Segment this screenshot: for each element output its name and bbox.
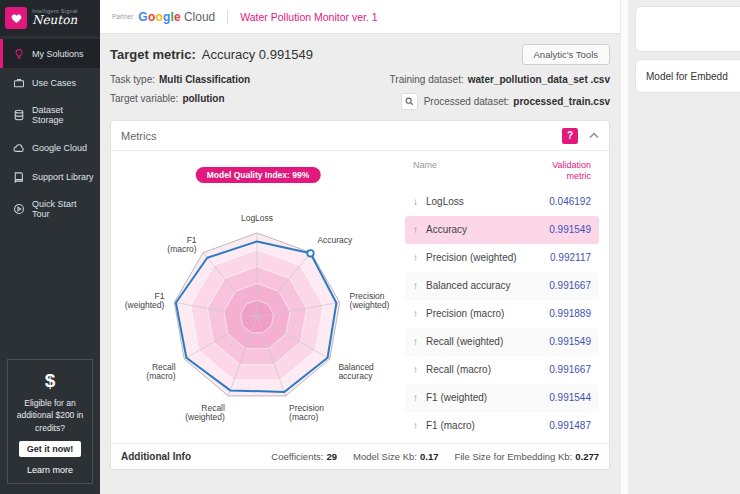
metric-row-f1-macro[interactable]: ↑F1 (macro)0.991487 bbox=[405, 412, 599, 440]
sidebar-item-use-cases[interactable]: Use Cases bbox=[0, 68, 100, 97]
google-cloud-label: Cloud bbox=[184, 10, 215, 24]
get-it-now-button[interactable]: Get it now! bbox=[19, 441, 82, 457]
metrics-rows: ↓LogLoss0.046192↑Accuracy0.991549↑Precis… bbox=[405, 188, 599, 440]
arrow-down-icon: ↓ bbox=[413, 196, 426, 207]
quality-index-badge: Model Quality Index: 99% bbox=[196, 167, 321, 183]
dataset-info: Task type: Multi Classification Target v… bbox=[110, 74, 610, 110]
metric-row-recall-weighted[interactable]: ↑Recall (weighted)0.991549 bbox=[405, 328, 599, 356]
svg-text:Recall(weighted): Recall(weighted) bbox=[185, 403, 225, 422]
metric-row-recall-macro[interactable]: ↑Recall (macro)0.991667 bbox=[405, 356, 599, 384]
svg-text:F1(weighted): F1(weighted) bbox=[125, 291, 165, 310]
metric-value: 0.991549 bbox=[549, 336, 591, 347]
metric-value: 0.991487 bbox=[549, 420, 591, 431]
svg-text:Recall(macro): Recall(macro) bbox=[146, 362, 175, 381]
training-dataset-label: Training dataset: bbox=[390, 74, 464, 85]
metric-name: LogLoss bbox=[426, 196, 549, 207]
sidebar-item-dataset-storage[interactable]: Dataset Storage bbox=[0, 97, 100, 133]
analytics-tools-button[interactable]: Analytic's Tools bbox=[522, 44, 610, 65]
sidebar-item-support-library[interactable]: Support Library bbox=[0, 162, 100, 191]
chevron-up-icon bbox=[589, 132, 599, 139]
metrics-panel-header: Metrics ? bbox=[111, 121, 609, 151]
metric-name: Accuracy bbox=[426, 224, 549, 235]
additional-info-stats: Coefficients:29Model Size Kb:0.17File Si… bbox=[271, 451, 599, 462]
metric-name: Precision (macro) bbox=[426, 308, 549, 319]
google-logo: Google bbox=[138, 10, 181, 24]
task-info-column: Task type: Multi Classification Target v… bbox=[110, 74, 250, 110]
metric-row-logloss[interactable]: ↓LogLoss0.046192 bbox=[405, 188, 599, 216]
metric-row-balanced-accuracy[interactable]: ↑Balanced accuracy0.991667 bbox=[405, 272, 599, 300]
quick-start-tour-icon bbox=[12, 203, 25, 216]
metric-value: 0.991549 bbox=[549, 224, 591, 235]
sidebar-item-quick-start-tour[interactable]: Quick Start Tour bbox=[0, 191, 100, 227]
processed-dataset-value: processed_train.csv bbox=[513, 96, 610, 107]
arrow-up-icon: ↑ bbox=[413, 392, 426, 403]
arrow-up-icon: ↑ bbox=[413, 420, 426, 431]
search-icon bbox=[405, 97, 414, 106]
target-metric-value: Accuracy 0.991549 bbox=[202, 47, 313, 62]
vertical-scrollbar[interactable] bbox=[620, 0, 628, 494]
dataset-storage-icon bbox=[12, 109, 25, 122]
google-cloud-icon bbox=[12, 141, 25, 154]
arrow-up-icon: ↑ bbox=[413, 336, 426, 347]
stat-item: Model Size Kb:0.17 bbox=[353, 451, 438, 462]
dollar-icon: $ bbox=[13, 370, 87, 392]
app: Intelligent Signal Neuton My SolutionsUs… bbox=[0, 0, 740, 494]
metric-row-precision-macro[interactable]: ↑Precision (macro)0.991889 bbox=[405, 300, 599, 328]
support-library-icon bbox=[12, 170, 25, 183]
sidebar-item-my-solutions[interactable]: My Solutions bbox=[0, 39, 100, 68]
svg-text:F1(macro): F1(macro) bbox=[167, 235, 197, 254]
promo-text: Eligible for an additional $200 in credi… bbox=[13, 397, 87, 434]
sidebar: Intelligent Signal Neuton My SolutionsUs… bbox=[0, 0, 100, 494]
model-for-embedding-card[interactable]: Model for Embedd bbox=[635, 59, 740, 93]
sidebar-item-label: My Solutions bbox=[32, 49, 84, 59]
target-variable-label: Target variable: bbox=[110, 93, 178, 104]
metrics-panel: Metrics ? Model Quality Index: 99% LogLo… bbox=[110, 120, 610, 470]
task-type-label: Task type: bbox=[110, 74, 155, 85]
target-metric-row: Target metric: Accuracy 0.991549 Analyti… bbox=[110, 44, 610, 65]
search-dataset-button[interactable] bbox=[401, 93, 418, 110]
sidebar-item-google-cloud[interactable]: Google Cloud bbox=[0, 133, 100, 162]
metric-name: F1 (weighted) bbox=[426, 392, 549, 403]
dataset-info-column: Training dataset: water_pollution_data_s… bbox=[390, 74, 610, 110]
metric-row-precision-weighted[interactable]: ↑Precision (weighted)0.992117 bbox=[405, 244, 599, 272]
target-variable-value: pollution bbox=[182, 93, 224, 104]
svg-text:Balancedaccuracy: Balancedaccuracy bbox=[338, 362, 374, 381]
arrow-up-icon: ↑ bbox=[413, 308, 426, 319]
metric-value: 0.991889 bbox=[549, 308, 591, 319]
learn-more-link[interactable]: Learn more bbox=[13, 465, 87, 475]
radar-chart-area: Model Quality Index: 99% LogLossAccuracy… bbox=[115, 153, 401, 443]
brand-name: Neuton bbox=[32, 14, 78, 28]
additional-info-title: Additional Info bbox=[121, 451, 191, 462]
metric-row-accuracy[interactable]: ↑Accuracy0.991549 bbox=[405, 216, 599, 244]
metrics-table-header: Name Validation metric bbox=[405, 157, 599, 188]
svg-text:LogLoss: LogLoss bbox=[241, 213, 273, 223]
center-column: Partner Google Cloud Water Pollution Mon… bbox=[100, 0, 620, 494]
sidebar-menu: My SolutionsUse CasesDataset StorageGoog… bbox=[0, 39, 100, 227]
brand-logo[interactable]: Intelligent Signal Neuton bbox=[0, 0, 100, 36]
right-rail-card-top[interactable] bbox=[635, 6, 740, 52]
metric-value: 0.991667 bbox=[549, 364, 591, 375]
arrow-up-icon: ↑ bbox=[413, 280, 426, 291]
svg-text:Precision(macro): Precision(macro) bbox=[289, 403, 324, 422]
task-type-value: Multi Classification bbox=[159, 74, 250, 85]
metrics-table: Name Validation metric ↓LogLoss0.046192↑… bbox=[401, 153, 601, 443]
topbar: Partner Google Cloud Water Pollution Mon… bbox=[100, 0, 620, 34]
collapse-button[interactable] bbox=[589, 132, 599, 139]
project-title[interactable]: Water Pollution Monitor ver. 1 bbox=[240, 11, 377, 23]
stat-item: Coefficients:29 bbox=[271, 451, 337, 462]
my-solutions-icon bbox=[12, 47, 25, 60]
metric-value: 0.991544 bbox=[549, 392, 591, 403]
arrow-up-icon: ↑ bbox=[413, 252, 426, 263]
credits-promo: $ Eligible for an additional $200 in cre… bbox=[7, 359, 93, 484]
metric-row-f1-weighted[interactable]: ↑F1 (weighted)0.991544 bbox=[405, 384, 599, 412]
sidebar-item-label: Google Cloud bbox=[32, 143, 87, 153]
metric-value: 0.992117 bbox=[550, 252, 591, 263]
metric-name: Recall (weighted) bbox=[426, 336, 549, 347]
radar-chart: LogLossAccuracyPrecision(weighted)Balanc… bbox=[115, 183, 401, 437]
arrow-up-icon: ↑ bbox=[413, 224, 426, 235]
metric-name: Balanced accuracy bbox=[426, 280, 549, 291]
svg-text:Accuracy: Accuracy bbox=[317, 235, 353, 245]
target-metric-label: Target metric: bbox=[110, 47, 196, 62]
help-button[interactable]: ? bbox=[562, 128, 578, 144]
stat-item: File Size for Embedding Kb:0.277 bbox=[454, 451, 599, 462]
